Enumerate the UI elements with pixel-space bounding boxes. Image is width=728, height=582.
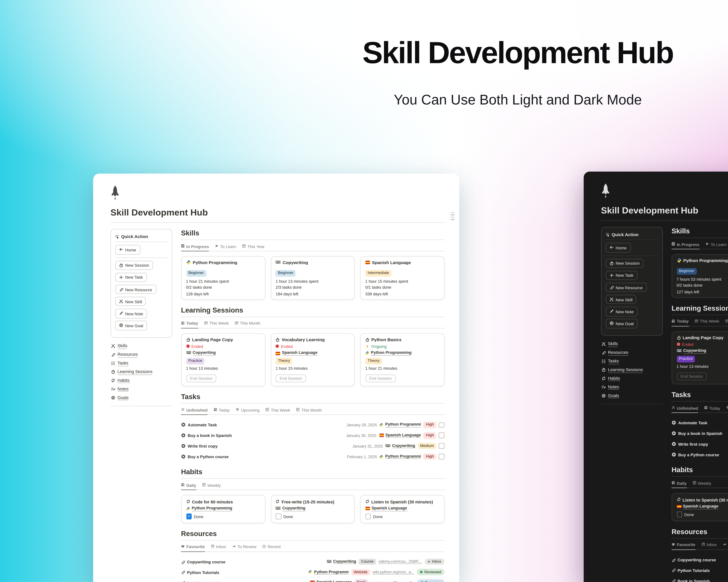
- skill-link[interactable]: Spanish Language: [310, 580, 352, 582]
- bolt-icon: [365, 344, 369, 348]
- end-session-button[interactable]: End Session: [276, 374, 306, 382]
- sidebar-item-habits[interactable]: Habits: [602, 376, 663, 381]
- resource-url[interactable]: udemy.com/cou...25BR...: [379, 559, 422, 564]
- skill-link[interactable]: Copywriting: [186, 351, 216, 356]
- tab-to-learn[interactable]: To Learn: [215, 242, 236, 251]
- task-checkbox[interactable]: [439, 443, 444, 449]
- tab-unfinished[interactable]: Unfinished: [672, 404, 698, 413]
- tab-favourite[interactable]: Favourite: [181, 543, 205, 552]
- new-task-button[interactable]: New Task: [606, 271, 638, 280]
- new-session-button[interactable]: New Session: [606, 258, 644, 268]
- skill-link[interactable]: Spanish Language: [276, 351, 317, 356]
- resource-name[interactable]: Python Tutorials: [672, 568, 710, 573]
- new-resource-button[interactable]: New Resource: [606, 282, 647, 292]
- habit-checkbox[interactable]: [186, 514, 192, 519]
- habit-checkbox[interactable]: [276, 514, 281, 519]
- sidebar-item-goals[interactable]: Goals: [111, 395, 173, 400]
- sidebar-item-notes[interactable]: Notes: [111, 386, 173, 392]
- tab-to-review[interactable]: To Review: [232, 543, 256, 551]
- tab-this-month[interactable]: This Month: [235, 319, 260, 328]
- sidebar-item-notes[interactable]: Notes: [602, 384, 663, 390]
- calendar-icon: [204, 321, 208, 325]
- tab-to-learn[interactable]: To Learn: [705, 240, 727, 249]
- tab-this-week[interactable]: This Week: [695, 317, 719, 326]
- habit-checkbox[interactable]: [365, 514, 371, 519]
- skill-link[interactable]: Copywriting: [385, 444, 415, 449]
- resource-name[interactable]: Copywriting course: [672, 557, 716, 562]
- tab-today[interactable]: Today: [672, 317, 688, 326]
- new-note-button[interactable]: New Note: [606, 307, 638, 316]
- spark-icon: [606, 232, 609, 237]
- tab-inbox[interactable]: Inbox: [211, 543, 226, 551]
- skill-link[interactable]: Copywriting: [676, 349, 706, 354]
- home-button[interactable]: Home: [606, 243, 631, 252]
- task-checkbox[interactable]: [439, 454, 444, 460]
- tab-upcoming[interactable]: Upcoming: [236, 406, 259, 414]
- new-skill-button[interactable]: New Skill: [606, 295, 636, 304]
- resource-name[interactable]: Book in Spanish: [672, 578, 710, 582]
- sidebar-item-skills[interactable]: Skills: [111, 343, 173, 349]
- skill-link[interactable]: Python Programming: [186, 506, 232, 511]
- skill-link[interactable]: Spanish Language: [379, 433, 421, 438]
- skill-link[interactable]: Python Programming: [365, 351, 412, 356]
- tab-in-progress[interactable]: In Progress: [181, 242, 209, 251]
- skill-link[interactable]: Python Programmi: [380, 422, 421, 427]
- tab-to-review[interactable]: To Review: [723, 541, 728, 549]
- skill-link[interactable]: Copywriting: [327, 559, 356, 564]
- tab-this-week[interactable]: This Week: [266, 406, 290, 414]
- end-session-button[interactable]: End Session: [365, 374, 396, 382]
- sidebar-item-skills[interactable]: Skills: [602, 341, 663, 347]
- new-note-button[interactable]: New Note: [115, 309, 147, 318]
- resource-status-pill-label: Inbox: [432, 559, 441, 564]
- swords-icon: [602, 342, 605, 346]
- sidebar-item-goals[interactable]: Goals: [602, 393, 663, 399]
- tab-favourite[interactable]: Favourite: [672, 541, 695, 550]
- skill-link[interactable]: Spanish Language: [365, 506, 407, 511]
- tab-inbox[interactable]: Inbox: [701, 541, 717, 549]
- resource-name[interactable]: Copywriting course: [181, 559, 225, 564]
- tab-this-month[interactable]: This Month: [296, 406, 322, 414]
- new-task-button[interactable]: New Task: [115, 273, 147, 282]
- skill-link[interactable]: Python Programm: [308, 570, 349, 575]
- tasks-tabs: UnfinishedTodayUpcomingThis WeekThis Mon…: [672, 404, 728, 413]
- tab-in-progress[interactable]: In Progress: [672, 240, 699, 249]
- resource-name[interactable]: Book in Spanish: [181, 580, 219, 582]
- resource-url[interactable]: amazon.com/Sho...sr=8...: [371, 580, 415, 582]
- sidebar-item-tasks[interactable]: Tasks: [111, 361, 173, 366]
- sidebar-item-habits[interactable]: Habits: [111, 378, 173, 383]
- habit-checkbox[interactable]: [676, 511, 682, 517]
- tab-today[interactable]: Today: [704, 404, 720, 412]
- skill-link[interactable]: Copywriting: [276, 506, 305, 511]
- tab-this-week[interactable]: This Week: [204, 319, 229, 328]
- skill-link[interactable]: Python Programmi: [380, 454, 421, 459]
- skill-link[interactable]: Spanish Language: [676, 504, 718, 509]
- sidebar-item-learning-sessions[interactable]: Learning Sessions: [602, 367, 663, 373]
- tab-this-month[interactable]: This Month: [725, 317, 728, 326]
- tab-today[interactable]: Today: [214, 406, 230, 414]
- sidebar-item-resources[interactable]: Resources: [602, 350, 663, 356]
- end-session-button[interactable]: End Session: [676, 372, 707, 381]
- tab-this-year[interactable]: This Year: [242, 242, 264, 251]
- sidebar-item-resources[interactable]: Resources: [111, 352, 173, 358]
- tab-today[interactable]: Today: [181, 319, 198, 328]
- tab-daily[interactable]: Daily: [672, 479, 687, 488]
- home-button[interactable]: Home: [115, 245, 140, 254]
- resource-name[interactable]: Python Tutorials: [181, 570, 219, 575]
- task-checkbox[interactable]: [439, 422, 444, 428]
- sidebar-item-tasks[interactable]: Tasks: [602, 359, 663, 364]
- new-goal-button[interactable]: New Goal: [606, 318, 638, 328]
- end-session-button[interactable]: End Session: [186, 374, 216, 382]
- tab-upcoming[interactable]: Upcoming: [726, 404, 728, 412]
- new-goal-button[interactable]: New Goal: [115, 321, 147, 330]
- tab-weekly[interactable]: Weekly: [693, 479, 711, 488]
- tab-daily[interactable]: Daily: [181, 481, 196, 490]
- tab-weekly[interactable]: Weekly: [202, 481, 221, 490]
- resource-url[interactable]: wiki.python.org/moi...a...: [372, 570, 414, 575]
- new-skill-button[interactable]: New Skill: [115, 297, 146, 306]
- tab-unfinished[interactable]: Unfinished: [181, 406, 207, 415]
- tab-recent[interactable]: Recent: [262, 543, 281, 551]
- new-resource-button[interactable]: New Resource: [115, 284, 156, 294]
- sidebar-item-learning-sessions[interactable]: Learning Sessions: [111, 369, 173, 375]
- new-session-button[interactable]: New Session: [115, 260, 153, 270]
- task-checkbox[interactable]: [439, 433, 444, 438]
